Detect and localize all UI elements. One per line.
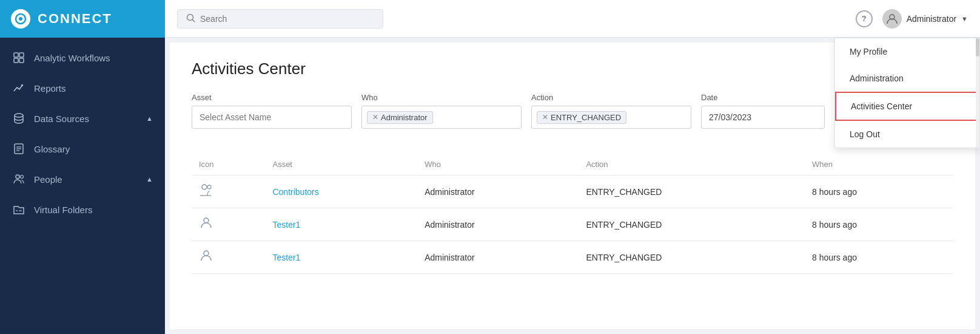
- row-asset-cell: Tester1: [265, 208, 417, 241]
- row-icon: [199, 186, 213, 200]
- row-icon-cell: [192, 176, 265, 208]
- date-filter-input[interactable]: [701, 106, 825, 129]
- dropdown-item-administration[interactable]: Administration: [835, 65, 979, 92]
- main-area: ? Administrator ▼ My Profile Administrat…: [165, 0, 980, 334]
- col-asset: Asset: [265, 154, 417, 176]
- search-box[interactable]: [177, 9, 383, 29]
- row-when-cell: 8 hours ago: [805, 176, 953, 208]
- svg-point-6: [15, 114, 23, 117]
- who-tag-administrator: ✕ Administrator: [367, 111, 433, 124]
- svg-point-11: [16, 175, 19, 179]
- sidebar-nav: Analytic Workflows Reports Data Sources: [0, 38, 165, 334]
- row-icon: [199, 252, 213, 265]
- date-filter-label: Date: [701, 93, 825, 102]
- table-body: Contributors Administrator ENTRY_CHANGED…: [192, 176, 953, 274]
- asset-link[interactable]: Contributors: [272, 187, 318, 197]
- asset-link[interactable]: Tester1: [272, 220, 300, 230]
- logo-icon: [11, 9, 30, 29]
- sidebar-item-people[interactable]: People ▲: [0, 164, 165, 194]
- col-who: Who: [417, 154, 579, 176]
- svg-point-1: [19, 17, 22, 21]
- who-filter-tags[interactable]: ✕ Administrator: [361, 106, 522, 129]
- row-when-cell: 8 hours ago: [805, 208, 953, 241]
- user-name: Administrator: [907, 14, 956, 24]
- row-who-cell: Administrator: [417, 176, 579, 208]
- analytic-workflows-icon: [12, 51, 25, 64]
- people-icon: [12, 172, 25, 186]
- sidebar: CONNECT Analytic Workflows: [0, 0, 165, 334]
- app-name: CONNECT: [38, 11, 112, 27]
- search-input[interactable]: [200, 14, 374, 24]
- reports-icon: [12, 81, 25, 95]
- activities-table: Icon Asset Who Action When Contributors …: [192, 154, 953, 274]
- asset-filter-group: Asset: [192, 93, 361, 129]
- data-sources-chevron: ▲: [146, 115, 153, 122]
- table-row: Tester1 Administrator ENTRY_CHANGED 8 ho…: [192, 208, 953, 241]
- date-filter-group: Date: [701, 93, 834, 129]
- col-icon: Icon: [192, 154, 265, 176]
- action-filter-group: Action ✕ ENTRY_CHANGED: [531, 93, 701, 129]
- action-filter-label: Action: [531, 93, 691, 102]
- sidebar-item-reports[interactable]: Reports: [0, 73, 165, 103]
- table-wrapper: Icon Asset Who Action When Contributors …: [192, 154, 953, 274]
- svg-rect-5: [19, 58, 24, 63]
- dropdown-item-log-out[interactable]: Log Out: [835, 121, 979, 148]
- row-icon-cell: [192, 241, 265, 274]
- row-action-cell: ENTRY_CHANGED: [579, 208, 805, 241]
- sidebar-item-label: Glossary: [34, 144, 70, 154]
- row-asset-cell: Contributors: [265, 176, 417, 208]
- svg-rect-3: [19, 53, 24, 57]
- action-filter-tags[interactable]: ✕ ENTRY_CHANGED: [531, 106, 691, 129]
- topbar: ? Administrator ▼ My Profile Administrat…: [165, 0, 980, 38]
- svg-rect-4: [14, 58, 18, 63]
- table-row: Contributors Administrator ENTRY_CHANGED…: [192, 176, 953, 208]
- virtual-folders-icon: [12, 203, 25, 216]
- svg-point-12: [21, 176, 24, 179]
- svg-line-16: [193, 19, 195, 22]
- row-icon: [199, 219, 213, 233]
- user-dropdown-menu: My Profile Administration Activities Cen…: [834, 38, 980, 148]
- sidebar-item-label: People: [34, 174, 62, 185]
- dropdown-item-my-profile[interactable]: My Profile: [835, 38, 979, 65]
- data-sources-icon: [12, 112, 25, 125]
- who-filter-label: Who: [361, 93, 522, 102]
- col-when: When: [805, 154, 953, 176]
- svg-point-19: [207, 185, 211, 189]
- sidebar-logo: CONNECT: [0, 0, 165, 38]
- row-asset-cell: Tester1: [265, 241, 417, 274]
- dropdown-item-activities-center[interactable]: Activities Center: [835, 92, 979, 121]
- asset-link[interactable]: Tester1: [272, 253, 300, 262]
- sidebar-item-glossary[interactable]: Glossary: [0, 134, 165, 164]
- row-action-cell: ENTRY_CHANGED: [579, 241, 805, 274]
- asset-filter-input[interactable]: [192, 106, 352, 129]
- col-action: Action: [579, 154, 805, 176]
- svg-rect-2: [14, 53, 18, 57]
- table-row: Tester1 Administrator ENTRY_CHANGED 8 ho…: [192, 241, 953, 274]
- scrollbar-thumb: [976, 38, 979, 56]
- row-action-cell: ENTRY_CHANGED: [579, 176, 805, 208]
- sidebar-item-label: Analytic Workflows: [34, 53, 110, 63]
- topbar-right: ? Administrator ▼: [856, 9, 968, 29]
- sidebar-item-label: Data Sources: [34, 114, 89, 124]
- who-filter-group: Who ✕ Administrator: [361, 93, 531, 129]
- svg-point-20: [204, 218, 209, 223]
- table-header: Icon Asset Who Action When: [192, 154, 953, 176]
- action-tag-entry-changed: ✕ ENTRY_CHANGED: [537, 111, 626, 124]
- dropdown-scrollbar: [976, 38, 979, 148]
- svg-point-21: [204, 251, 209, 256]
- glossary-icon: [12, 142, 25, 155]
- sidebar-item-label: Virtual Folders: [34, 205, 92, 215]
- sidebar-item-data-sources[interactable]: Data Sources ▲: [0, 103, 165, 134]
- user-menu-button[interactable]: Administrator ▼: [882, 9, 968, 29]
- sidebar-item-analytic-workflows[interactable]: Analytic Workflows: [0, 43, 165, 73]
- row-who-cell: Administrator: [417, 208, 579, 241]
- search-icon: [186, 13, 195, 24]
- svg-point-18: [202, 185, 207, 189]
- help-icon[interactable]: ?: [856, 10, 873, 27]
- user-dropdown-chevron: ▼: [961, 15, 968, 22]
- asset-filter-label: Asset: [192, 93, 352, 102]
- sidebar-item-virtual-folders[interactable]: Virtual Folders: [0, 194, 165, 225]
- action-tag-remove[interactable]: ✕: [542, 113, 548, 121]
- who-tag-remove[interactable]: ✕: [372, 113, 378, 121]
- sidebar-item-label: Reports: [34, 83, 66, 94]
